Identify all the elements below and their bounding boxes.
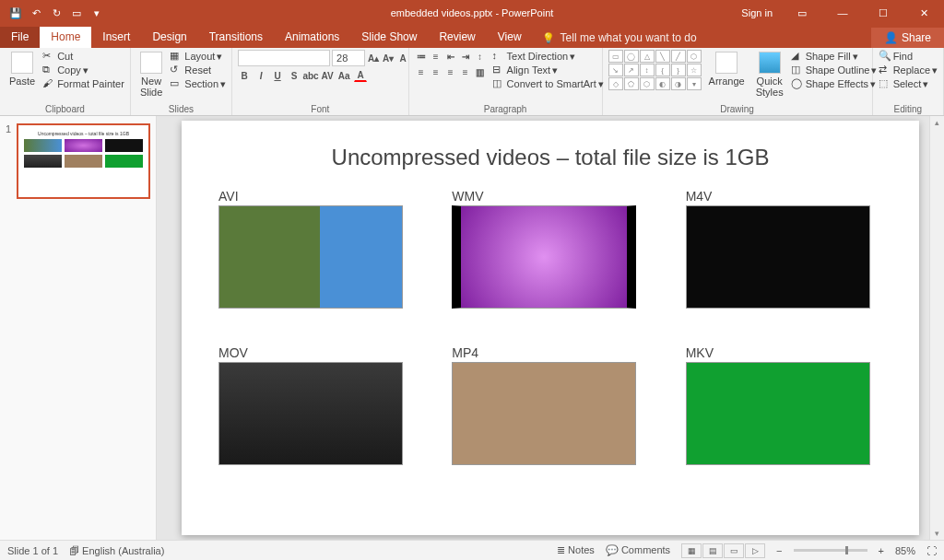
slide-counter[interactable]: Slide 1 of 1 xyxy=(7,545,58,556)
shadow-button[interactable]: S xyxy=(288,69,301,82)
cut-button[interactable]: ✂Cut xyxy=(42,50,124,63)
tab-animations[interactable]: Animations xyxy=(274,27,350,48)
video-avi[interactable]: AVI xyxy=(218,189,415,309)
fit-to-window-button[interactable]: ⛶ xyxy=(926,545,937,556)
font-name-input[interactable] xyxy=(238,50,330,66)
save-icon[interactable]: 💾 xyxy=(9,6,22,19)
arrange-button[interactable]: Arrange xyxy=(705,50,749,88)
zoom-in-button[interactable]: + xyxy=(879,545,884,556)
video-mkv[interactable]: MKV xyxy=(686,345,882,465)
video-thumbnail[interactable] xyxy=(686,205,870,309)
slide-canvas[interactable]: Uncompressed videos – total file size is… xyxy=(182,121,919,535)
shape-effects-button[interactable]: ◯Shape Effects▾ xyxy=(791,77,878,90)
group-editing: 🔍Find ⇄Replace▾ ⬚Select▾ Editing xyxy=(873,48,944,115)
change-case-button[interactable]: Aa xyxy=(337,69,350,82)
language-indicator[interactable]: 🗐 English (Australia) xyxy=(69,545,164,556)
slideshow-view-button[interactable]: ▷ xyxy=(745,543,765,558)
close-icon[interactable]: ✕ xyxy=(903,0,944,26)
share-button[interactable]: 👤 Share xyxy=(871,28,944,48)
scroll-down-icon[interactable]: ▾ xyxy=(935,529,939,538)
chevron-down-icon: ▾ xyxy=(217,51,222,63)
zoom-level[interactable]: 85% xyxy=(895,545,915,556)
tab-review[interactable]: Review xyxy=(428,27,486,48)
start-slideshow-icon[interactable]: ▭ xyxy=(70,6,83,19)
shape-fill-button[interactable]: ◢Shape Fill▾ xyxy=(791,50,878,63)
strikethrough-button[interactable]: abc xyxy=(304,69,317,82)
sign-in-link[interactable]: Sign in xyxy=(732,7,782,18)
justify-button[interactable]: ≡ xyxy=(459,65,472,78)
text-direction-button[interactable]: ↕Text Direction▾ xyxy=(492,50,604,63)
video-thumbnail[interactable] xyxy=(218,205,403,309)
font-size-input[interactable]: 28 xyxy=(332,50,365,66)
ribbon-options-icon[interactable]: ▭ xyxy=(782,0,822,26)
convert-smartart-button[interactable]: ◫Convert to SmartArt▾ xyxy=(492,77,604,90)
undo-icon[interactable]: ↶ xyxy=(30,6,42,19)
decrease-indent-button[interactable]: ⇤ xyxy=(444,50,457,63)
reading-view-button[interactable]: ▭ xyxy=(724,543,744,558)
new-slide-button[interactable]: New Slide xyxy=(136,50,166,99)
quick-styles-button[interactable]: Quick Styles xyxy=(752,50,787,99)
replace-button[interactable]: ⇄Replace▾ xyxy=(879,64,938,76)
line-spacing-button[interactable]: ↕ xyxy=(474,50,487,63)
font-color-button[interactable]: A xyxy=(354,69,367,82)
align-text-button[interactable]: ⊟Align Text▾ xyxy=(492,64,604,76)
reset-button[interactable]: ↺Reset xyxy=(170,64,226,76)
shape-outline-button[interactable]: ◫Shape Outline▾ xyxy=(791,64,878,76)
slide-thumbnail-panel[interactable]: 1 Uncompressed videos – total file size … xyxy=(0,116,157,540)
video-thumbnail[interactable] xyxy=(452,205,636,309)
increase-indent-button[interactable]: ⇥ xyxy=(459,50,472,63)
decrease-font-icon[interactable]: A▾ xyxy=(382,52,395,64)
video-mov[interactable]: MOV xyxy=(218,345,415,465)
select-button[interactable]: ⬚Select▾ xyxy=(879,77,938,90)
zoom-out-button[interactable]: − xyxy=(776,545,782,556)
tab-design[interactable]: Design xyxy=(141,27,197,48)
underline-button[interactable]: U xyxy=(271,69,284,82)
video-thumbnail[interactable] xyxy=(686,362,870,465)
shapes-gallery[interactable]: ▭◯△╲╱⬡ ↘↗↕{}☆ ◇⬠⬡◐◑▾ xyxy=(608,50,702,90)
qat-customize-icon[interactable]: ▾ xyxy=(90,6,103,19)
slide-thumbnail-1[interactable]: Uncompressed videos – total file size is… xyxy=(17,123,150,199)
scroll-up-icon[interactable]: ▴ xyxy=(935,118,939,127)
video-wmv[interactable]: WMV xyxy=(452,189,648,309)
minimize-icon[interactable]: — xyxy=(822,0,863,26)
columns-button[interactable]: ▥ xyxy=(474,65,487,78)
redo-icon[interactable]: ↻ xyxy=(50,6,63,19)
italic-button[interactable]: I xyxy=(254,69,267,82)
video-mp4[interactable]: MP4 xyxy=(452,345,648,465)
video-m4v[interactable]: M4V xyxy=(686,189,882,309)
video-thumbnail[interactable] xyxy=(452,362,636,465)
bullets-button[interactable]: ≔ xyxy=(415,50,428,63)
paste-button[interactable]: Paste xyxy=(6,50,39,88)
find-button[interactable]: 🔍Find xyxy=(879,50,938,63)
normal-view-button[interactable]: ▦ xyxy=(681,543,702,558)
bold-button[interactable]: B xyxy=(238,69,251,82)
video-thumbnail[interactable] xyxy=(218,362,403,465)
align-right-button[interactable]: ≡ xyxy=(444,65,457,78)
notes-button[interactable]: ≣ Notes xyxy=(557,544,595,556)
tab-home[interactable]: Home xyxy=(40,27,91,48)
align-left-button[interactable]: ≡ xyxy=(415,65,428,78)
zoom-slider[interactable] xyxy=(794,549,867,552)
format-painter-button[interactable]: 🖌Format Painter xyxy=(42,77,124,90)
group-font: 28 A▴ A▾ A B I U S abc AV Aa A Font xyxy=(232,48,409,115)
maximize-icon[interactable]: ☐ xyxy=(863,0,903,26)
copy-button[interactable]: ⧉Copy▾ xyxy=(42,64,124,76)
tell-me-search[interactable]: 💡 Tell me what you want to do xyxy=(533,28,706,48)
tab-view[interactable]: View xyxy=(487,27,533,48)
comments-button[interactable]: 💬 Comments xyxy=(606,544,670,556)
spacing-button[interactable]: AV xyxy=(321,69,334,82)
increase-font-icon[interactable]: A▴ xyxy=(367,52,380,64)
clear-formatting-icon[interactable]: A xyxy=(396,52,409,64)
tab-insert[interactable]: Insert xyxy=(91,27,141,48)
tab-transitions[interactable]: Transitions xyxy=(198,27,274,48)
numbering-button[interactable]: ≡ xyxy=(430,50,442,63)
share-label: Share xyxy=(902,31,931,44)
vertical-scrollbar[interactable]: ▴ ▾ xyxy=(929,116,944,540)
slide-canvas-area[interactable]: Uncompressed videos – total file size is… xyxy=(157,116,944,540)
sorter-view-button[interactable]: ▤ xyxy=(702,543,723,558)
tab-slideshow[interactable]: Slide Show xyxy=(350,27,428,48)
align-center-button[interactable]: ≡ xyxy=(430,65,442,78)
layout-button[interactable]: ▦Layout▾ xyxy=(170,50,226,63)
section-button[interactable]: ▭Section▾ xyxy=(170,77,226,90)
tab-file[interactable]: File xyxy=(0,27,40,48)
